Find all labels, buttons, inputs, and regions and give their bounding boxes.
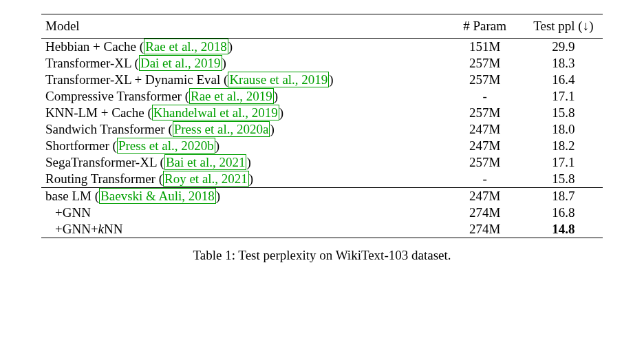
model-text-post: ) (228, 39, 233, 54)
header-model: Model (41, 14, 446, 39)
cell-ppl: 18.2 (524, 138, 603, 154)
cell-param: 247M (446, 138, 524, 154)
header-ppl-post: ) (589, 19, 593, 33)
model-text: Sandwich Transformer ( (45, 122, 173, 136)
cell-ppl: 16.8 (524, 204, 603, 221)
cell-param: 257M (446, 72, 524, 88)
model-text: Shortformer ( (45, 138, 117, 153)
table-row: Compressive Transformer (Rae et al., 201… (41, 88, 603, 105)
cell-model: Compressive Transformer (Rae et al., 201… (41, 88, 446, 105)
citation-link[interactable]: Dai et al., 2019 (139, 55, 222, 71)
cell-param: 274M (446, 204, 524, 221)
table-row: Hebbian + Cache (Rae et al., 2018) 151M … (41, 39, 603, 56)
table-row: SegaTransformer-XL (Bai et al., 2021) 25… (41, 154, 603, 171)
cell-ppl: 18.7 (524, 188, 603, 205)
model-text-post: ) (329, 72, 333, 87)
cell-model: base LM (Baevski & Auli, 2018) (41, 188, 446, 205)
model-text: Compressive Transformer ( (45, 89, 189, 103)
cell-param: 274M (446, 221, 524, 238)
cell-model: Shortformer (Press et al., 2020b) (41, 138, 446, 154)
cell-ppl: 29.9 (524, 39, 603, 56)
model-text: KNN-LM + Cache ( (45, 105, 152, 120)
cell-model: Routing Transformer (Roy et al., 2021) (41, 171, 446, 188)
citation-link[interactable]: Rae et al., 2019 (189, 88, 274, 104)
cell-param: 257M (446, 105, 524, 121)
cell-param: - (446, 88, 524, 105)
label-pre: +GNN+ (55, 222, 98, 236)
header-ppl: Test ppl (↓) (524, 14, 603, 39)
table-row: +GNN+kNN 274M 14.8 (41, 221, 603, 238)
cell-model: +GNN (41, 204, 446, 221)
cell-ppl: 18.0 (524, 121, 603, 138)
citation-link[interactable]: Krause et al., 2019 (228, 72, 329, 87)
model-text: base LM ( (45, 189, 99, 203)
cell-model: Sandwich Transformer (Press et al., 2020… (41, 121, 446, 138)
results-table-container: Model # Param Test ppl (↓) Hebbian + Cac… (41, 14, 603, 263)
cell-model: KNN-LM + Cache (Khandelwal et al., 2019) (41, 105, 446, 121)
citation-link[interactable]: Press et al., 2020b (117, 138, 215, 154)
cell-ppl: 15.8 (524, 105, 603, 121)
table-row: Routing Transformer (Roy et al., 2021) -… (41, 171, 603, 188)
model-text: Routing Transformer ( (45, 171, 163, 186)
model-text: SegaTransformer-XL ( (45, 155, 164, 169)
citation-link[interactable]: Baevski & Auli, 2018 (99, 188, 216, 204)
model-text-post: ) (246, 155, 250, 169)
model-text-post: ) (274, 89, 278, 103)
model-text-post: ) (215, 138, 219, 153)
header-param: # Param (446, 14, 524, 39)
model-text-post: ) (216, 189, 220, 203)
model-text: Transformer-XL ( (45, 56, 139, 70)
cell-model: Transformer-XL + Dynamic Eval (Krause et… (41, 72, 446, 88)
cell-ppl: 18.3 (524, 55, 603, 72)
model-text-post: ) (249, 171, 253, 186)
cell-param: - (446, 171, 524, 188)
model-text: Hebbian + Cache ( (45, 39, 144, 54)
table-row: Transformer-XL + Dynamic Eval (Krause et… (41, 72, 603, 88)
table-row: base LM (Baevski & Auli, 2018) 247M 18.7 (41, 188, 603, 205)
model-text: Transformer-XL + Dynamic Eval ( (45, 72, 228, 87)
cell-ppl: 16.4 (524, 72, 603, 88)
cell-param: 257M (446, 154, 524, 171)
table-row: KNN-LM + Cache (Khandelwal et al., 2019)… (41, 105, 603, 121)
cell-model: +GNN+kNN (41, 221, 446, 238)
citation-link[interactable]: Press et al., 2020a (173, 121, 270, 137)
cell-ppl: 17.1 (524, 88, 603, 105)
down-arrow-icon: ↓ (583, 19, 590, 33)
cell-ppl-best: 14.8 (524, 221, 603, 238)
results-table: Model # Param Test ppl (↓) Hebbian + Cac… (41, 14, 603, 238)
table-row: Transformer-XL (Dai et al., 2019) 257M 1… (41, 55, 603, 72)
label-k: k (98, 222, 104, 236)
table-caption: Table 1: Test perplexity on WikiText-103… (41, 248, 603, 263)
table-row: +GNN 274M 16.8 (41, 204, 603, 221)
table-header-row: Model # Param Test ppl (↓) (41, 14, 603, 39)
citation-link[interactable]: Roy et al., 2021 (163, 171, 249, 187)
model-text-post: ) (222, 56, 226, 70)
citation-link[interactable]: Bai et al., 2021 (164, 154, 247, 170)
citation-link[interactable]: Rae et al., 2018 (144, 39, 228, 54)
cell-ppl: 17.1 (524, 154, 603, 171)
table-row: Sandwich Transformer (Press et al., 2020… (41, 121, 603, 138)
cell-param: 257M (446, 55, 524, 72)
header-ppl-pre: Test ppl ( (533, 19, 583, 33)
model-text: +GNN+kNN (45, 222, 123, 237)
citation-link[interactable]: Khandelwal et al., 2019 (152, 105, 279, 120)
cell-param: 247M (446, 121, 524, 138)
cell-model: SegaTransformer-XL (Bai et al., 2021) (41, 154, 446, 171)
model-text: +GNN (45, 205, 91, 220)
label-post: NN (104, 222, 122, 236)
cell-model: Hebbian + Cache (Rae et al., 2018) (41, 39, 446, 56)
model-text-post: ) (279, 105, 283, 120)
cell-ppl: 15.8 (524, 171, 603, 188)
cell-model: Transformer-XL (Dai et al., 2019) (41, 55, 446, 72)
cell-param: 151M (446, 39, 524, 56)
cell-param: 247M (446, 188, 524, 205)
model-text-post: ) (270, 122, 274, 136)
table-row: Shortformer (Press et al., 2020b) 247M 1… (41, 138, 603, 154)
